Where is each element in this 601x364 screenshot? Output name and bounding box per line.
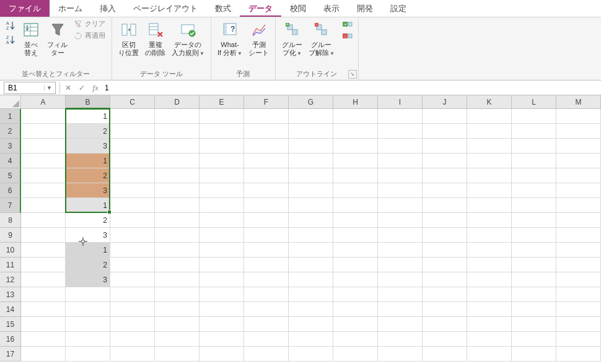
cell-E15[interactable] (200, 317, 244, 332)
cell-J13[interactable] (423, 287, 467, 302)
cell-K10[interactable] (467, 243, 512, 258)
filter-button[interactable]: フィル ター (45, 19, 70, 58)
cell-G1[interactable] (289, 109, 333, 124)
row-header-13[interactable]: 13 (0, 287, 21, 302)
cell-A11[interactable] (21, 258, 66, 272)
cell-A7[interactable] (21, 198, 66, 213)
group-button[interactable]: + グルー プ化▼ (279, 19, 305, 58)
row-header-9[interactable]: 9 (0, 228, 21, 243)
text-to-columns-button[interactable]: 区切 り位置 (116, 19, 141, 58)
cell-B13[interactable] (66, 287, 110, 302)
cell-B8[interactable]: 2 (66, 213, 110, 228)
row-header-3[interactable]: 3 (0, 139, 21, 154)
cell-C16[interactable] (110, 332, 155, 347)
cell-D10[interactable] (155, 243, 200, 258)
column-header-A[interactable]: A (21, 95, 66, 109)
tab-home[interactable]: ホーム (50, 0, 91, 17)
cell-J3[interactable] (423, 139, 467, 154)
cell-H16[interactable] (333, 332, 378, 347)
cell-G11[interactable] (289, 258, 333, 272)
row-header-6[interactable]: 6 (0, 183, 21, 198)
cell-J16[interactable] (423, 332, 467, 347)
cell-F8[interactable] (244, 213, 289, 228)
cell-K14[interactable] (467, 302, 512, 317)
select-all-corner[interactable] (0, 95, 21, 109)
insert-function-button[interactable]: fx (89, 82, 102, 94)
sort-ascending-button[interactable]: AZ (4, 19, 17, 32)
row-header-1[interactable]: 1 (0, 109, 21, 124)
cell-D17[interactable] (155, 347, 200, 362)
cell-C10[interactable] (110, 243, 155, 258)
cell-A10[interactable] (21, 243, 66, 258)
cell-E11[interactable] (200, 258, 244, 272)
cell-L6[interactable] (512, 183, 556, 198)
tab-page-layout[interactable]: ページレイアウト (125, 0, 206, 17)
cells-area[interactable]: 123123123123 (21, 109, 601, 362)
cell-A15[interactable] (21, 317, 66, 332)
cell-H9[interactable] (333, 228, 378, 243)
cell-I15[interactable] (378, 317, 423, 332)
cell-D5[interactable] (155, 168, 200, 183)
row-header-11[interactable]: 11 (0, 258, 21, 272)
cell-F7[interactable] (244, 198, 289, 213)
cell-C15[interactable] (110, 317, 155, 332)
cell-F13[interactable] (244, 287, 289, 302)
row-header-8[interactable]: 8 (0, 213, 21, 228)
tab-view[interactable]: 表示 (315, 0, 348, 17)
cell-B16[interactable] (66, 332, 110, 347)
cell-K6[interactable] (467, 183, 512, 198)
row-header-7[interactable]: 7 (0, 198, 21, 213)
cell-M3[interactable] (556, 139, 601, 154)
sort-descending-button[interactable]: ZA (4, 33, 17, 46)
cell-J11[interactable] (423, 258, 467, 272)
cell-M13[interactable] (556, 287, 601, 302)
cell-I6[interactable] (378, 183, 423, 198)
cell-B7[interactable]: 1 (66, 198, 110, 213)
column-header-B[interactable]: B (66, 95, 110, 109)
cell-C1[interactable] (110, 109, 155, 124)
tab-data[interactable]: データ (240, 0, 281, 17)
cell-E10[interactable] (200, 243, 244, 258)
cell-I3[interactable] (378, 139, 423, 154)
cell-A16[interactable] (21, 332, 66, 347)
cell-E5[interactable] (200, 168, 244, 183)
tab-file[interactable]: ファイル (0, 0, 50, 17)
cell-C13[interactable] (110, 287, 155, 302)
cell-K17[interactable] (467, 347, 512, 362)
cell-G17[interactable] (289, 347, 333, 362)
cell-B4[interactable]: 1 (66, 154, 110, 168)
cell-A5[interactable] (21, 168, 66, 183)
cell-J8[interactable] (423, 213, 467, 228)
column-header-F[interactable]: F (244, 95, 289, 109)
sort-button[interactable]: 並べ 替え (19, 19, 43, 58)
cell-G13[interactable] (289, 287, 333, 302)
cell-D11[interactable] (155, 258, 200, 272)
cell-B1[interactable]: 1 (66, 109, 110, 124)
cell-D13[interactable] (155, 287, 200, 302)
cell-B11[interactable]: 2 (66, 258, 110, 272)
cell-J5[interactable] (423, 168, 467, 183)
cell-F14[interactable] (244, 302, 289, 317)
row-header-5[interactable]: 5 (0, 168, 21, 183)
cell-D9[interactable] (155, 228, 200, 243)
cell-F10[interactable] (244, 243, 289, 258)
cell-K9[interactable] (467, 228, 512, 243)
cell-L11[interactable] (512, 258, 556, 272)
cell-F16[interactable] (244, 332, 289, 347)
column-header-I[interactable]: I (378, 95, 423, 109)
cell-K4[interactable] (467, 154, 512, 168)
cell-G4[interactable] (289, 154, 333, 168)
cell-M15[interactable] (556, 317, 601, 332)
cell-H2[interactable] (333, 124, 378, 139)
cell-A14[interactable] (21, 302, 66, 317)
cell-L4[interactable] (512, 154, 556, 168)
cell-F9[interactable] (244, 228, 289, 243)
cell-K1[interactable] (467, 109, 512, 124)
cell-F11[interactable] (244, 258, 289, 272)
cell-H6[interactable] (333, 183, 378, 198)
cell-G16[interactable] (289, 332, 333, 347)
cell-C6[interactable] (110, 183, 155, 198)
cell-G8[interactable] (289, 213, 333, 228)
cell-E4[interactable] (200, 154, 244, 168)
cell-J15[interactable] (423, 317, 467, 332)
